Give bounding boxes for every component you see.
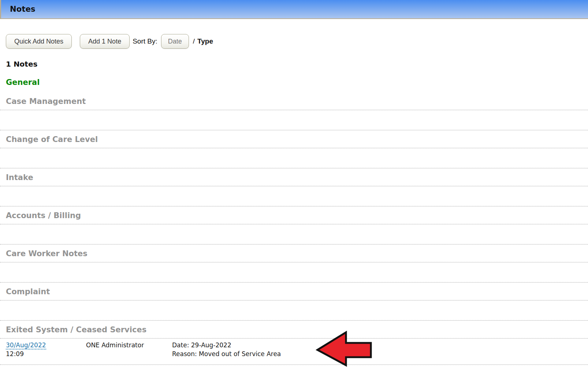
sort-by-label: Sort By:	[133, 37, 157, 45]
notes-header-bar: Notes	[0, 0, 588, 19]
note-row: 30/Aug/2022 12:09 ONE Administrator Date…	[0, 339, 588, 365]
note-detail: Date: 29-Aug-2022 Reason: Moved out of S…	[172, 341, 588, 358]
category-heading-exited-system: Exited System / Ceased Services	[0, 321, 588, 339]
sort-date-button[interactable]: Date	[161, 34, 189, 49]
category-empty-row	[0, 224, 588, 244]
note-date-column: 30/Aug/2022 12:09	[6, 341, 86, 358]
category-empty-row	[0, 186, 588, 206]
category-heading-accounts-billing: Accounts / Billing	[0, 206, 588, 224]
category-empty-row	[0, 300, 588, 321]
category-heading-intake: Intake	[0, 168, 588, 186]
category-empty-row	[0, 148, 588, 168]
notes-count: 1 Notes	[6, 60, 588, 68]
sort-separator: /	[193, 37, 195, 45]
category-heading-change-of-care-level: Change of Care Level	[0, 130, 588, 148]
category-heading-general: General	[0, 78, 588, 87]
category-empty-row	[0, 110, 588, 130]
sort-type-label: Type	[197, 37, 213, 45]
note-time: 12:09	[6, 350, 86, 358]
category-list: General Case Management Change of Care L…	[0, 78, 588, 365]
quick-add-notes-button[interactable]: Quick Add Notes	[6, 34, 72, 49]
note-detail-date: Date: 29-Aug-2022	[172, 341, 588, 350]
note-detail-reason: Reason: Moved out of Service Area	[172, 350, 588, 358]
notes-toolbar: Quick Add Notes Add 1 Note Sort By: Date…	[6, 34, 588, 49]
note-author: ONE Administrator	[86, 341, 172, 350]
category-empty-row	[0, 262, 588, 283]
add-note-button[interactable]: Add 1 Note	[80, 34, 130, 49]
note-date-link[interactable]: 30/Aug/2022	[6, 341, 46, 350]
category-heading-care-worker-notes: Care Worker Notes	[0, 244, 588, 262]
page-title: Notes	[10, 5, 36, 14]
category-heading-case-management: Case Management	[0, 92, 588, 110]
category-heading-complaint: Complaint	[0, 283, 588, 300]
